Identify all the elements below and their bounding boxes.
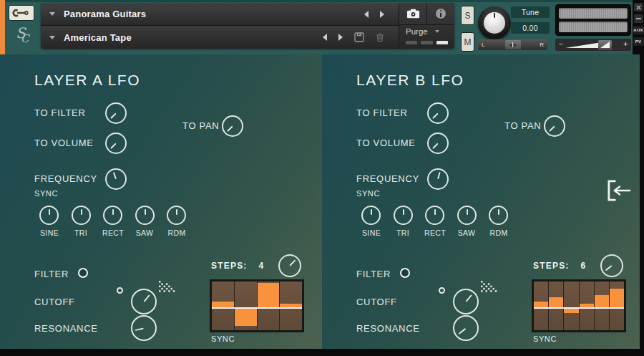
pv-button[interactable]: PV xyxy=(633,37,644,46)
pan-left-arrow-icon xyxy=(509,44,512,47)
knob-pointer xyxy=(112,209,114,216)
level-meters xyxy=(555,4,631,36)
step-cell[interactable] xyxy=(280,282,302,330)
close-icon xyxy=(636,5,641,10)
step-cell[interactable] xyxy=(610,282,624,330)
solo-button[interactable]: S xyxy=(461,6,474,25)
next-instrument-icon[interactable] xyxy=(380,11,384,18)
step-cell[interactable] xyxy=(580,282,594,330)
step-bar xyxy=(610,289,624,308)
instrument-name[interactable]: Panorama Guitars xyxy=(64,9,146,19)
next-snapshot-icon[interactable] xyxy=(338,34,343,41)
to-filter-knob[interactable] xyxy=(427,102,449,124)
to-pan-label: TO PAN xyxy=(182,120,219,131)
pan-slider[interactable]: L R xyxy=(478,39,547,50)
tri-label: TRI xyxy=(65,228,97,237)
rect-wave-knob[interactable] xyxy=(103,206,122,225)
brand-logo: S C xyxy=(12,23,36,52)
purge-menu[interactable]: Purge xyxy=(399,25,454,37)
seq-center-line xyxy=(534,307,624,309)
frequency-knob[interactable] xyxy=(427,168,449,190)
frequency-knob[interactable] xyxy=(105,168,127,190)
tri-wave-knob[interactable] xyxy=(72,206,91,225)
prev-snapshot-icon[interactable] xyxy=(323,34,327,41)
knob-pointer xyxy=(549,125,555,132)
step-cell[interactable] xyxy=(212,282,234,330)
knob-pointer xyxy=(605,265,613,271)
instrument-dropdown-icon[interactable] xyxy=(49,12,55,16)
step-sequencer[interactable] xyxy=(210,279,304,332)
knob-pointer xyxy=(110,143,117,149)
to-volume-knob[interactable] xyxy=(105,133,127,154)
to-volume-knob[interactable] xyxy=(427,133,449,154)
rdm-label: RDM xyxy=(483,228,514,237)
pan-right-label: R xyxy=(540,42,544,48)
saw-wave-knob[interactable] xyxy=(457,206,477,225)
to-pan-knob[interactable] xyxy=(222,115,243,137)
floppy-icon xyxy=(354,32,364,42)
prev-instrument-icon[interactable] xyxy=(364,11,369,18)
info-view-button[interactable] xyxy=(426,3,454,24)
pan-center-mark xyxy=(512,42,513,47)
step-sequencer[interactable] xyxy=(532,279,626,332)
snapshot-dropdown-icon[interactable] xyxy=(49,36,55,39)
save-snapshot-button[interactable] xyxy=(354,32,364,42)
frequency-sync-label: SYNC xyxy=(34,189,58,198)
rect-wave-knob[interactable] xyxy=(425,206,444,225)
filter-radio[interactable] xyxy=(400,268,410,278)
steps-value[interactable]: 4 xyxy=(259,261,264,271)
instrument-bank-row[interactable]: Panorama Guitars xyxy=(41,3,399,26)
mute-button[interactable]: M xyxy=(461,32,474,52)
knob-pointer xyxy=(110,112,117,119)
tune-knob[interactable] xyxy=(478,6,511,39)
import-collapse-button[interactable] xyxy=(605,179,633,203)
sine-wave-knob[interactable] xyxy=(361,206,381,225)
snapshot-view-button[interactable] xyxy=(399,3,426,24)
steps-count-knob[interactable] xyxy=(600,254,623,277)
to-filter-knob[interactable] xyxy=(105,102,127,124)
rdm-wave-knob[interactable] xyxy=(167,206,186,225)
aux-button[interactable]: AUX xyxy=(633,26,644,34)
step-cell[interactable] xyxy=(235,282,257,330)
saw-wave-knob[interactable] xyxy=(135,206,155,225)
delete-snapshot-button[interactable] xyxy=(376,33,384,42)
snapshot-name[interactable]: American Tape xyxy=(64,32,132,43)
step-cell[interactable] xyxy=(258,282,280,330)
resonance-knob[interactable] xyxy=(453,315,479,341)
purge-dropdown-icon[interactable] xyxy=(435,30,439,33)
close-button[interactable] xyxy=(634,3,643,11)
volume-handle[interactable] xyxy=(598,40,612,50)
snapshot-row[interactable]: American Tape xyxy=(41,26,399,49)
step-cell[interactable] xyxy=(595,282,609,330)
step-cell[interactable] xyxy=(549,282,563,330)
tri-wave-knob[interactable] xyxy=(394,206,413,225)
steps-value[interactable]: 6 xyxy=(581,261,586,271)
volume-slider[interactable]: − + xyxy=(555,39,631,51)
cutoff-knob[interactable] xyxy=(131,289,157,314)
panel-title: LAYER B LFO xyxy=(356,72,464,89)
knob-pointer xyxy=(113,172,117,179)
rdm-wave-knob[interactable] xyxy=(489,206,508,225)
tune-value: 0.00 xyxy=(511,22,550,34)
purge-label[interactable]: Purge xyxy=(406,27,428,36)
steps-label: STEPS: xyxy=(533,261,570,271)
wrench-edit-button[interactable] xyxy=(9,5,34,21)
sine-wave-knob[interactable] xyxy=(39,206,59,225)
steps-count-knob[interactable] xyxy=(278,254,301,277)
info-icon xyxy=(436,9,446,19)
tune-label: Tune xyxy=(511,6,550,18)
volume-minus[interactable]: − xyxy=(559,40,563,48)
cutoff-label: CUTOFF xyxy=(356,297,397,307)
pan-handle[interactable] xyxy=(505,40,521,49)
frequency-sync-label: SYNC xyxy=(356,189,380,198)
pan-right-arrow-icon xyxy=(514,44,517,47)
volume-plus[interactable]: + xyxy=(623,40,628,48)
step-cell[interactable] xyxy=(564,282,578,330)
minimize-button[interactable] xyxy=(634,14,643,23)
saw-label: SAW xyxy=(451,228,482,237)
cutoff-knob[interactable] xyxy=(453,289,479,314)
to-pan-knob[interactable] xyxy=(544,115,565,137)
filter-radio[interactable] xyxy=(78,268,88,278)
resonance-knob[interactable] xyxy=(131,315,157,341)
step-cell[interactable] xyxy=(534,282,548,330)
